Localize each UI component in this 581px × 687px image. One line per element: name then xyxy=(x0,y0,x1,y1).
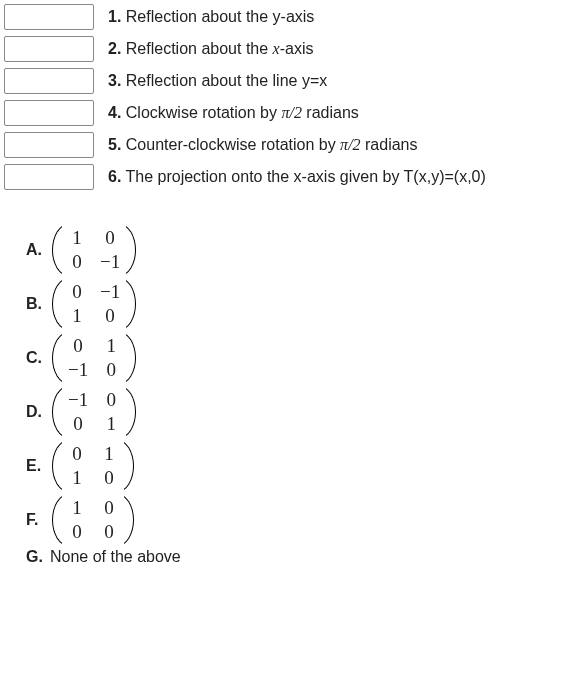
prompt-number: 5. xyxy=(108,136,121,153)
matrix-cell: 0 xyxy=(100,227,120,249)
matrix-cell: 0 xyxy=(68,281,86,303)
paren-right-icon xyxy=(124,494,136,546)
matrix: 0−1 10 xyxy=(50,278,138,330)
prompt-fragment: Clockwise rotation by xyxy=(126,104,282,121)
matching-row: 4. Clockwise rotation by π/2 radians xyxy=(4,100,577,126)
option-row: A. 10 0−1 xyxy=(26,224,577,276)
matching-row: 5. Counter-clockwise rotation by π/2 rad… xyxy=(4,132,577,158)
matrix-cell: 1 xyxy=(68,467,86,489)
answer-input-4[interactable] xyxy=(4,100,94,126)
matrix-cells: 01 −10 xyxy=(62,332,126,384)
prompt-fragment: -axis xyxy=(280,40,314,57)
matrix-cell: 0 xyxy=(100,521,118,543)
prompt-fragment: The projection onto the x-axis given by … xyxy=(126,168,486,185)
matching-row: 1. Reflection about the y-axis xyxy=(4,4,577,30)
matrix-cell: 1 xyxy=(68,305,86,327)
prompt-text: 4. Clockwise rotation by π/2 radians xyxy=(108,102,359,124)
matrix-cell: −1 xyxy=(68,389,88,411)
paren-left-icon xyxy=(50,224,62,276)
paren-right-icon xyxy=(126,224,138,276)
matching-row: 2. Reflection about the x-axis xyxy=(4,36,577,62)
paren-right-icon xyxy=(124,440,136,492)
prompt-number: 3. xyxy=(108,72,121,89)
matrix: −10 01 xyxy=(50,386,138,438)
matrix: 10 0−1 xyxy=(50,224,138,276)
math-fraction: π/2 xyxy=(281,104,301,121)
matrix-cell: 1 xyxy=(102,413,120,435)
matrix-cell: 0 xyxy=(100,497,118,519)
option-row: B. 0−1 10 xyxy=(26,278,577,330)
matrix: 10 00 xyxy=(50,494,136,546)
matrix-cell: 0 xyxy=(68,335,88,357)
matrix-cell: −1 xyxy=(100,281,120,303)
paren-left-icon xyxy=(50,332,62,384)
option-text: None of the above xyxy=(50,548,181,566)
answer-input-2[interactable] xyxy=(4,36,94,62)
option-row-none: G. None of the above xyxy=(26,548,577,566)
prompt-fragment: Reflection about the y-axis xyxy=(126,8,315,25)
answer-input-5[interactable] xyxy=(4,132,94,158)
prompt-text: 5. Counter-clockwise rotation by π/2 rad… xyxy=(108,134,418,156)
paren-right-icon xyxy=(126,386,138,438)
options-section: A. 10 0−1 B. 0−1 10 C. 01 −10 xyxy=(26,224,577,566)
matrix-cell: 0 xyxy=(68,413,88,435)
math-italic: x xyxy=(273,40,280,57)
matrix-cell: 0 xyxy=(100,305,120,327)
matrix-cell: 0 xyxy=(102,389,120,411)
prompt-number: 1. xyxy=(108,8,121,25)
matching-row: 6. The projection onto the x-axis given … xyxy=(4,164,577,190)
option-row: E. 01 10 xyxy=(26,440,577,492)
matrix-cells: 0−1 10 xyxy=(62,278,126,330)
prompt-fragment: Reflection about the line y=x xyxy=(126,72,327,89)
matrix-cell: −1 xyxy=(68,359,88,381)
prompt-fragment: Reflection about the xyxy=(126,40,273,57)
matrix-cell: −1 xyxy=(100,251,120,273)
option-label: C. xyxy=(26,349,50,367)
matrix-cell: 1 xyxy=(100,443,118,465)
prompt-text: 6. The projection onto the x-axis given … xyxy=(108,166,486,188)
math-fraction: π/2 xyxy=(340,136,360,153)
matching-section: 1. Reflection about the y-axis 2. Reflec… xyxy=(4,4,577,190)
option-row: C. 01 −10 xyxy=(26,332,577,384)
paren-left-icon xyxy=(50,494,62,546)
answer-input-3[interactable] xyxy=(4,68,94,94)
paren-left-icon xyxy=(50,278,62,330)
matrix-cell: 0 xyxy=(100,467,118,489)
option-label: E. xyxy=(26,457,50,475)
prompt-text: 1. Reflection about the y-axis xyxy=(108,6,314,28)
prompt-number: 6. xyxy=(108,168,121,185)
matching-row: 3. Reflection about the line y=x xyxy=(4,68,577,94)
option-label: F. xyxy=(26,511,50,529)
matrix-cell: 0 xyxy=(68,521,86,543)
matrix-cells: 01 10 xyxy=(62,440,124,492)
option-row: D. −10 01 xyxy=(26,386,577,438)
matrix-cell: 0 xyxy=(102,359,120,381)
prompt-text: 3. Reflection about the line y=x xyxy=(108,70,327,92)
matrix-cell: 0 xyxy=(68,251,86,273)
prompt-text: 2. Reflection about the x-axis xyxy=(108,38,313,60)
paren-left-icon xyxy=(50,386,62,438)
matrix-cell: 0 xyxy=(68,443,86,465)
answer-input-6[interactable] xyxy=(4,164,94,190)
answer-input-1[interactable] xyxy=(4,4,94,30)
paren-left-icon xyxy=(50,440,62,492)
matrix-cell: 1 xyxy=(68,227,86,249)
paren-right-icon xyxy=(126,278,138,330)
paren-right-icon xyxy=(126,332,138,384)
matrix-cell: 1 xyxy=(102,335,120,357)
prompt-number: 4. xyxy=(108,104,121,121)
matrix: 01 10 xyxy=(50,440,136,492)
matrix: 01 −10 xyxy=(50,332,138,384)
matrix-cells: −10 01 xyxy=(62,386,126,438)
option-row: F. 10 00 xyxy=(26,494,577,546)
matrix-cells: 10 00 xyxy=(62,494,124,546)
prompt-fragment: radians xyxy=(302,104,359,121)
prompt-fragment: Counter-clockwise rotation by xyxy=(126,136,340,153)
option-label: G. xyxy=(26,548,50,566)
option-label: B. xyxy=(26,295,50,313)
option-label: D. xyxy=(26,403,50,421)
matrix-cell: 1 xyxy=(68,497,86,519)
prompt-fragment: radians xyxy=(361,136,418,153)
option-label: A. xyxy=(26,241,50,259)
matrix-cells: 10 0−1 xyxy=(62,224,126,276)
